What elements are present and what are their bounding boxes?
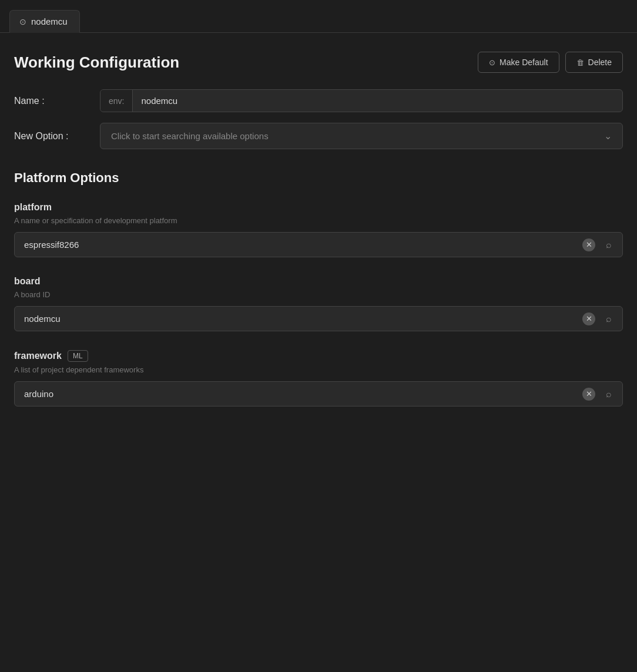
new-option-dropdown-wrapper: Click to start searching available optio… xyxy=(100,123,623,149)
delete-icon: 🗑 xyxy=(576,58,584,67)
tab-nodemcu[interactable]: ⊙ nodemcu xyxy=(9,10,80,33)
name-row: Name : env: xyxy=(14,89,623,112)
env-prefix: env: xyxy=(100,90,133,112)
framework-input-wrapper: ✕ ⌕ xyxy=(14,381,623,406)
make-default-button[interactable]: ⊙ Make Default xyxy=(478,52,559,73)
tab-location-icon: ⊙ xyxy=(19,17,26,26)
ml-badge: ML xyxy=(68,350,88,362)
board-search-button[interactable]: ⌕ xyxy=(599,309,619,329)
framework-input[interactable] xyxy=(15,382,582,406)
option-name-platform: platform xyxy=(14,202,623,213)
new-option-label: New Option : xyxy=(14,131,90,142)
option-block-board: board A board ID ✕ ⌕ xyxy=(14,276,623,331)
tab-bar: ⊙ nodemcu xyxy=(0,0,637,33)
make-default-icon: ⊙ xyxy=(489,58,495,67)
framework-clear-button[interactable]: ✕ xyxy=(582,388,595,401)
framework-search-button[interactable]: ⌕ xyxy=(599,384,619,404)
search-icon: ⌕ xyxy=(606,389,612,399)
option-desc-board: A board ID xyxy=(14,290,623,299)
platform-options-title: Platform Options xyxy=(14,170,623,186)
name-input-wrapper: env: xyxy=(100,89,623,112)
name-input[interactable] xyxy=(133,90,622,112)
main-content: Working Configuration ⊙ Make Default 🗑 D… xyxy=(0,33,637,444)
board-input-actions: ✕ ⌕ xyxy=(582,309,622,329)
working-config-title: Working Configuration xyxy=(14,53,179,72)
platform-input-wrapper: ✕ ⌕ xyxy=(14,232,623,257)
name-label: Name : xyxy=(14,96,90,106)
platform-search-button[interactable]: ⌕ xyxy=(599,235,619,255)
chevron-down-icon: ⌄ xyxy=(604,130,612,142)
new-option-row: New Option : Click to start searching av… xyxy=(14,123,623,149)
tab-label: nodemcu xyxy=(31,16,68,26)
make-default-label: Make Default xyxy=(499,58,548,67)
platform-input[interactable] xyxy=(15,233,582,257)
platform-input-actions: ✕ ⌕ xyxy=(582,235,622,255)
framework-input-actions: ✕ ⌕ xyxy=(582,384,622,404)
platform-clear-button[interactable]: ✕ xyxy=(582,238,595,251)
search-icon: ⌕ xyxy=(606,240,612,250)
option-block-platform: platform A name or specification of deve… xyxy=(14,202,623,257)
working-config-header: Working Configuration ⊙ Make Default 🗑 D… xyxy=(14,52,623,73)
platform-options-section: Platform Options platform A name or spec… xyxy=(14,170,623,406)
option-desc-framework: A list of project dependent frameworks xyxy=(14,365,623,374)
delete-button[interactable]: 🗑 Delete xyxy=(565,52,623,73)
delete-label: Delete xyxy=(588,58,612,67)
board-input[interactable] xyxy=(15,307,582,331)
board-clear-button[interactable]: ✕ xyxy=(582,313,595,325)
option-desc-platform: A name or specification of development p… xyxy=(14,216,623,225)
search-icon: ⌕ xyxy=(606,314,612,324)
option-name-board: board xyxy=(14,276,623,287)
board-input-wrapper: ✕ ⌕ xyxy=(14,306,623,331)
new-option-dropdown[interactable]: Click to start searching available optio… xyxy=(100,123,623,149)
option-name-framework: framework ML xyxy=(14,350,623,362)
header-buttons: ⊙ Make Default 🗑 Delete xyxy=(478,52,623,73)
option-block-framework: framework ML A list of project dependent… xyxy=(14,350,623,406)
new-option-placeholder: Click to start searching available optio… xyxy=(111,131,269,141)
